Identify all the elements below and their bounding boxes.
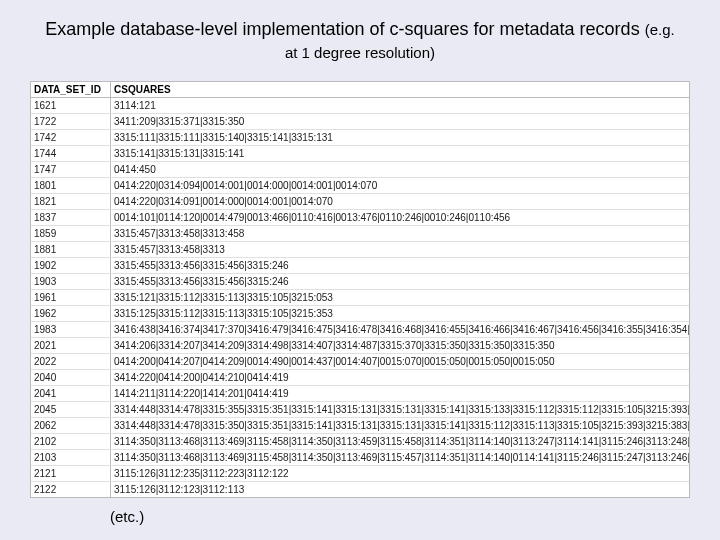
cell-data-set-id: 2045 xyxy=(31,402,111,417)
cell-data-set-id: 1747 xyxy=(31,162,111,177)
cell-data-set-id: 2102 xyxy=(31,434,111,449)
cell-csquares: 3315:125|3315:112|3315:113|3315:105|3215… xyxy=(111,306,689,321)
cell-csquares: 0414:220|0314:094|0014:001|0014:000|0014… xyxy=(111,178,689,193)
cell-data-set-id: 1902 xyxy=(31,258,111,273)
cell-data-set-id: 2021 xyxy=(31,338,111,353)
cell-csquares: 0414:220|0314:091|0014:000|0014:001|0014… xyxy=(111,194,689,209)
table-row: 18210414:220|0314:091|0014:000|0014:001|… xyxy=(31,194,689,210)
cell-data-set-id: 1821 xyxy=(31,194,111,209)
etc-label: (etc.) xyxy=(110,508,720,525)
cell-csquares: 3315:111|3315:111|3315:140|3315:141|3315… xyxy=(111,130,689,145)
table-row: 20213414:206|3314:207|3414:209|3314:498|… xyxy=(31,338,689,354)
cell-csquares: 0014:101|0114:120|0014:479|0013:466|0110… xyxy=(111,210,689,225)
table-row: 21213115:126|3112:235|3112:223|3112:122 xyxy=(31,466,689,482)
table-row: 19623315:125|3315:112|3315:113|3315:105|… xyxy=(31,306,689,322)
column-header-id: DATA_SET_ID xyxy=(31,82,111,97)
table-row: 17223411:209|3315:371|3315:350 xyxy=(31,114,689,130)
cell-data-set-id: 2121 xyxy=(31,466,111,481)
table-row: 18370014:101|0114:120|0014:479|0013:466|… xyxy=(31,210,689,226)
cell-csquares: 1414:211|3114:220|1414:201|0414:419 xyxy=(111,386,689,401)
table-row: 17443315:141|3315:131|3315:141 xyxy=(31,146,689,162)
cell-data-set-id: 1621 xyxy=(31,98,111,113)
cell-csquares: 3416:438|3416:374|3417:370|3416:479|3416… xyxy=(111,322,689,337)
cell-data-set-id: 1961 xyxy=(31,290,111,305)
cell-csquares: 3115:126|3112:235|3112:223|3112:122 xyxy=(111,466,689,481)
cell-data-set-id: 1962 xyxy=(31,306,111,321)
cell-data-set-id: 2122 xyxy=(31,482,111,497)
table-header-row: DATA_SET_ID CSQUARES xyxy=(31,82,689,98)
table-row: 19613315:121|3315:112|3315:113|3315:105|… xyxy=(31,290,689,306)
cell-csquares: 3114:121 xyxy=(111,98,689,113)
table-row: 17423315:111|3315:111|3315:140|3315:141|… xyxy=(31,130,689,146)
table-row: 18813315:457|3313:458|3313 xyxy=(31,242,689,258)
table-row: 20220414:200|0414:207|0414:209|0014:490|… xyxy=(31,354,689,370)
table-row: 18593315:457|3313:458|3313:458 xyxy=(31,226,689,242)
cell-csquares: 0414:450 xyxy=(111,162,689,177)
cell-data-set-id: 1859 xyxy=(31,226,111,241)
cell-csquares: 3115:126|3112:123|3112:113 xyxy=(111,482,689,497)
table-row: 16213114:121 xyxy=(31,98,689,114)
cell-data-set-id: 2062 xyxy=(31,418,111,433)
cell-data-set-id: 2040 xyxy=(31,370,111,385)
cell-csquares: 3114:350|3113:468|3113:469|3115:458|3114… xyxy=(111,434,689,449)
cell-csquares: 3315:457|3313:458|3313 xyxy=(111,242,689,257)
page-title: Example database-level implementation of… xyxy=(40,18,680,65)
table-row: 20411414:211|3114:220|1414:201|0414:419 xyxy=(31,386,689,402)
cell-csquares: 3315:141|3315:131|3315:141 xyxy=(111,146,689,161)
cell-data-set-id: 1742 xyxy=(31,130,111,145)
cell-csquares: 3314:448|3314:478|3315:355|3315:351|3315… xyxy=(111,402,689,417)
cell-data-set-id: 2103 xyxy=(31,450,111,465)
cell-data-set-id: 1722 xyxy=(31,114,111,129)
cell-csquares: 3315:455|3313:456|3315:456|3315:246 xyxy=(111,258,689,273)
cell-csquares: 3411:209|3315:371|3315:350 xyxy=(111,114,689,129)
cell-csquares: 3315:455|3313:456|3315:456|3315:246 xyxy=(111,274,689,289)
cell-data-set-id: 2041 xyxy=(31,386,111,401)
table-row: 21033114:350|3113:468|3113:469|3115:458|… xyxy=(31,450,689,466)
cell-data-set-id: 1744 xyxy=(31,146,111,161)
cell-data-set-id: 1837 xyxy=(31,210,111,225)
cell-csquares: 3315:121|3315:112|3315:113|3315:105|3215… xyxy=(111,290,689,305)
table-row: 21223115:126|3112:123|3112:113 xyxy=(31,482,689,497)
cell-csquares: 3315:457|3313:458|3313:458 xyxy=(111,226,689,241)
cell-csquares: 3114:350|3113:468|3113:469|3115:458|3114… xyxy=(111,450,689,465)
table-row: 20453314:448|3314:478|3315:355|3315:351|… xyxy=(31,402,689,418)
cell-data-set-id: 1801 xyxy=(31,178,111,193)
table-row: 18010414:220|0314:094|0014:001|0014:000|… xyxy=(31,178,689,194)
cell-csquares: 3414:206|3314:207|3414:209|3314:498|3314… xyxy=(111,338,689,353)
cell-csquares: 0414:200|0414:207|0414:209|0014:490|0014… xyxy=(111,354,689,369)
table-row: 20623314:448|3314:478|3315:350|3315:351|… xyxy=(31,418,689,434)
table-row: 19833416:438|3416:374|3417:370|3416:479|… xyxy=(31,322,689,338)
cell-data-set-id: 1881 xyxy=(31,242,111,257)
cell-data-set-id: 1903 xyxy=(31,274,111,289)
table-row: 17470414:450 xyxy=(31,162,689,178)
data-table: DATA_SET_ID CSQUARES 16213114:1211722341… xyxy=(30,81,690,498)
cell-csquares: 3414:220|0414:200|0414:210|0414:419 xyxy=(111,370,689,385)
table-row: 19023315:455|3313:456|3315:456|3315:246 xyxy=(31,258,689,274)
column-header-csquares: CSQUARES xyxy=(111,82,689,97)
table-row: 20403414:220|0414:200|0414:210|0414:419 xyxy=(31,370,689,386)
cell-data-set-id: 1983 xyxy=(31,322,111,337)
cell-csquares: 3314:448|3314:478|3315:350|3315:351|3315… xyxy=(111,418,689,433)
table-row: 19033315:455|3313:456|3315:456|3315:246 xyxy=(31,274,689,290)
cell-data-set-id: 2022 xyxy=(31,354,111,369)
table-row: 21023114:350|3113:468|3113:469|3115:458|… xyxy=(31,434,689,450)
